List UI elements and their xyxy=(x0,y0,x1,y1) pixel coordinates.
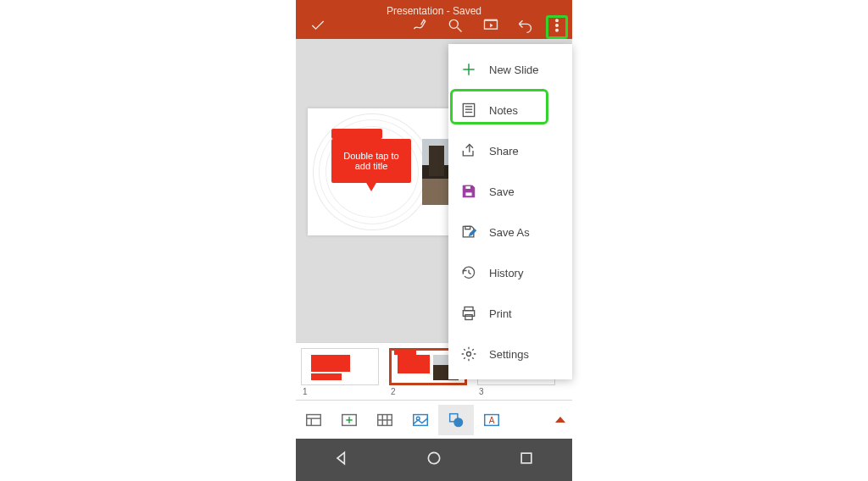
search-icon[interactable] xyxy=(445,15,465,36)
svg-line-1 xyxy=(458,28,462,32)
toolbar-row xyxy=(296,15,572,36)
svg-point-40 xyxy=(467,352,471,357)
menu-label: Save As xyxy=(489,226,560,239)
ribbon-quick-tools: A xyxy=(296,400,572,439)
table-tool-icon[interactable] xyxy=(367,405,403,435)
expand-ribbon-icon[interactable] xyxy=(555,417,565,423)
menu-label: Settings xyxy=(489,348,560,361)
new-slide-tool-icon[interactable] xyxy=(331,405,367,435)
svg-text:A: A xyxy=(489,415,495,424)
title-placeholder[interactable]: Double tap to add title xyxy=(331,139,411,183)
slide-decor-bar xyxy=(331,129,382,139)
svg-point-5 xyxy=(556,19,559,22)
menu-label: New Slide xyxy=(489,64,560,76)
svg-marker-24 xyxy=(337,452,344,463)
menu-label: Notes xyxy=(489,104,560,117)
present-icon[interactable] xyxy=(481,15,501,36)
layout-tool-icon[interactable] xyxy=(296,405,331,435)
done-check-icon[interactable] xyxy=(308,15,328,36)
undo-icon[interactable] xyxy=(515,15,535,36)
menu-item-share[interactable]: Share xyxy=(448,130,572,171)
thumb-number: 3 xyxy=(479,387,484,396)
app-title-bar: Presentation - Saved xyxy=(296,0,572,39)
svg-rect-35 xyxy=(465,192,472,196)
nav-home-icon[interactable] xyxy=(426,450,442,470)
callout-tail-icon xyxy=(365,181,377,191)
nav-recent-icon[interactable] xyxy=(518,450,535,470)
menu-label: Share xyxy=(489,145,560,158)
nav-back-icon[interactable] xyxy=(333,450,350,470)
menu-label: History xyxy=(489,267,560,279)
menu-item-print[interactable]: Print xyxy=(448,293,572,334)
slide-thumbnail-1[interactable] xyxy=(301,348,379,385)
picture-tool-icon[interactable] xyxy=(403,405,438,435)
menu-item-save[interactable]: Save xyxy=(448,171,572,212)
menu-label: Save xyxy=(489,185,560,198)
svg-rect-34 xyxy=(465,185,471,189)
shapes-tool-icon[interactable] xyxy=(438,405,474,435)
menu-item-history[interactable]: History xyxy=(448,252,572,293)
menu-label: Print xyxy=(489,307,560,320)
svg-rect-8 xyxy=(307,414,321,425)
menu-item-notes[interactable]: Notes xyxy=(448,90,572,130)
textbox-tool-icon[interactable]: A xyxy=(474,405,509,435)
thumb-number: 1 xyxy=(303,387,308,396)
svg-marker-3 xyxy=(490,24,492,28)
svg-point-7 xyxy=(556,30,559,32)
svg-rect-26 xyxy=(521,453,531,463)
more-menu-icon[interactable] xyxy=(547,15,567,36)
svg-point-6 xyxy=(556,25,559,27)
menu-item-new-slide[interactable]: New Slide xyxy=(448,49,572,90)
svg-rect-29 xyxy=(463,104,474,117)
menu-item-save-as[interactable]: Save As xyxy=(448,212,572,252)
svg-point-21 xyxy=(453,417,463,427)
svg-rect-36 xyxy=(465,226,470,229)
thumb-number: 2 xyxy=(391,387,396,396)
overflow-menu: New Slide Notes Share Save Save As Histo… xyxy=(448,44,572,379)
svg-rect-39 xyxy=(465,315,472,320)
ink-pen-icon[interactable] xyxy=(409,15,430,36)
svg-point-25 xyxy=(428,452,439,463)
menu-item-settings[interactable]: Settings xyxy=(448,334,572,374)
android-nav-bar xyxy=(296,439,572,481)
svg-point-0 xyxy=(449,19,458,28)
